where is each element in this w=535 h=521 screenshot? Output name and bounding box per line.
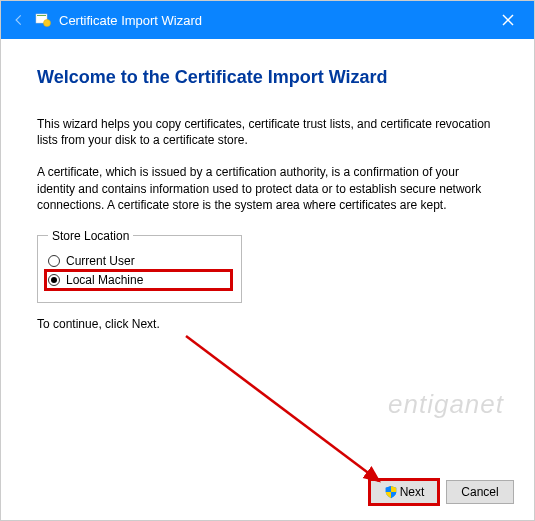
continue-hint: To continue, click Next. <box>37 317 498 331</box>
certificate-wizard-icon <box>35 12 51 28</box>
intro-paragraph-2: A certificate, which is issued by a cert… <box>37 164 498 213</box>
radio-local-machine[interactable]: Local Machine <box>46 271 231 289</box>
cancel-button-label: Cancel <box>461 485 498 499</box>
radio-label: Current User <box>66 254 135 268</box>
uac-shield-icon <box>384 485 398 499</box>
page-heading: Welcome to the Certificate Import Wizard <box>37 67 498 88</box>
wizard-content: Welcome to the Certificate Import Wizard… <box>1 39 534 331</box>
radio-label: Local Machine <box>66 273 143 287</box>
store-location-legend: Store Location <box>48 229 133 243</box>
svg-line-5 <box>186 336 379 481</box>
next-button-label: Next <box>400 485 425 499</box>
back-button[interactable] <box>9 10 29 30</box>
button-row: Next Cancel <box>370 480 514 504</box>
svg-rect-1 <box>37 15 46 16</box>
radio-icon <box>48 274 60 286</box>
window-title: Certificate Import Wizard <box>59 13 202 28</box>
watermark: entiganet <box>388 389 504 420</box>
cancel-button[interactable]: Cancel <box>446 480 514 504</box>
store-location-group: Store Location Current User Local Machin… <box>37 229 242 303</box>
radio-current-user[interactable]: Current User <box>48 254 231 268</box>
radio-icon <box>48 255 60 267</box>
close-button[interactable] <box>490 6 526 34</box>
svg-point-2 <box>44 20 51 27</box>
next-button[interactable]: Next <box>370 480 438 504</box>
titlebar: Certificate Import Wizard <box>1 1 534 39</box>
intro-paragraph-1: This wizard helps you copy certificates,… <box>37 116 498 148</box>
